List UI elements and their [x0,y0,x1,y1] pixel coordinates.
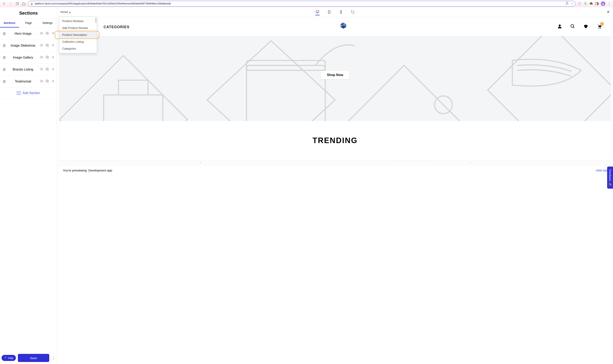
delete-icon[interactable]: ✕ [51,67,55,72]
svg-rect-20 [316,11,319,13]
delete-icon[interactable]: ✕ [51,55,55,60]
dropdown-scrollbar[interactable] [95,18,96,23]
duplicate-icon[interactable] [45,79,49,84]
drag-handle-icon[interactable]: ☰ [2,68,6,72]
share-icon[interactable] [565,1,569,6]
close-editor-button[interactable]: ✕ [607,10,610,14]
page-option-add-product-review[interactable]: Add Product Review [59,25,97,31]
page-option-product-reviews[interactable]: Product Reviews [59,18,97,25]
section-item-hero-image[interactable]: ☰ Hero Image ✕ [0,28,57,40]
help-label: Help [8,356,13,360]
duplicate-icon[interactable] [45,55,49,60]
drag-handle-icon[interactable]: ☰ [2,56,6,60]
section-item-testimonial[interactable]: ☰ Testimonial ✕ [0,76,57,88]
more-menu-button[interactable]: ⋮ [51,356,55,360]
save-button[interactable]: Save [18,354,49,362]
plus-icon: + [17,91,20,95]
browser-home-button[interactable] [22,1,26,6]
delete-icon[interactable]: ✕ [51,79,55,84]
device-fullscreen[interactable] [351,10,355,14]
profile-avatar[interactable] [601,1,605,6]
home-icon [22,2,26,5]
hero-cta-button[interactable]: Shop Now [321,71,350,79]
arrow-left-icon [2,2,6,5]
section-item-brands-listing[interactable]: ☰ Brands Listing ✕ [0,64,57,76]
section-item-label: Brands Listing [9,68,38,71]
svg-point-11 [41,57,42,58]
svg-point-33 [599,28,599,29]
drag-handle-icon[interactable]: ☰ [2,32,6,36]
puzzle-icon[interactable] [589,2,593,5]
section-item-label: Testimonial [9,80,38,83]
svg-point-34 [600,28,601,29]
extension-gear-icon[interactable] [578,2,581,5]
preview-canvas: COLLECTIONS CATEGORIES [59,18,611,165]
svg-rect-35 [118,80,148,95]
nav-categories[interactable]: CATEGORIES [104,25,130,29]
preview-viewport[interactable]: COLLECTIONS CATEGORIES [57,17,613,364]
caret-up-icon: ▴ [69,10,71,13]
hide-bar-button[interactable]: Hide bar [596,169,607,172]
save-label: Save [30,356,37,360]
panel-icon[interactable] [595,2,599,5]
tab-page[interactable]: Page [19,19,38,27]
svg-point-32 [571,25,574,27]
svg-rect-19 [46,80,48,82]
sidebar-title: Sections [0,7,57,19]
store-header: COLLECTIONS CATEGORIES [59,18,611,36]
section-item-image-gallery[interactable]: ☰ Image Gallery ✕ [0,52,57,64]
megaphone-icon: 📣 [609,182,612,186]
star-icon[interactable]: ☆ [571,2,574,5]
cart-button[interactable]: 0 [597,24,602,30]
drag-handle-icon[interactable]: ☰ [2,80,6,83]
help-button[interactable]: ？ Help [2,355,16,361]
browser-reload-button[interactable] [15,1,19,6]
tab-settings[interactable]: Settings [38,19,57,27]
browser-back-button[interactable] [2,1,6,6]
drag-handle-icon[interactable]: ☰ [2,44,6,48]
search-icon[interactable] [570,24,575,30]
delete-icon[interactable]: ✕ [51,43,55,48]
visibility-icon[interactable] [39,67,44,72]
feedback-tab[interactable]: Feedback 📣 [607,167,613,189]
lock-icon: 🔒 [30,2,33,5]
device-desktop[interactable] [315,10,320,14]
tab-sections[interactable]: Sections [0,19,19,27]
page-option-product-description[interactable]: Product Description [59,31,97,38]
address-bar[interactable]: 🔒 platform.fynd.com/company/4052/applica… [28,1,576,6]
carousel-strip[interactable] [59,160,611,164]
device-mobile[interactable] [339,10,343,14]
visibility-icon[interactable] [39,79,44,84]
wishlist-icon[interactable] [583,24,588,30]
preview-status-text: You're previewing: Development app [63,169,112,172]
address-url: platform.fynd.com/company/4052/applicati… [35,2,563,5]
sidebar-footer: ？ Help Save ⋮ [0,352,57,364]
svg-point-24 [341,13,341,13]
add-section-button[interactable]: + Add Section [0,88,57,99]
store-header-icons: 0 [557,24,602,30]
visibility-icon[interactable] [39,31,44,36]
browser-forward-button[interactable] [9,1,13,6]
store-logo[interactable] [130,22,557,32]
page-selector[interactable]: Home ▴ [60,10,71,13]
grammarly-icon[interactable]: G [583,2,587,6]
section-item-image-slideshow[interactable]: ☰ Image Slideshow ✕ [0,40,57,52]
duplicate-icon[interactable] [45,67,49,72]
duplicate-icon[interactable] [45,31,49,36]
svg-rect-16 [46,68,48,70]
browser-menu-icon[interactable]: ⋮ [607,2,611,5]
account-icon[interactable] [557,24,562,30]
visibility-icon[interactable] [39,43,44,48]
trending-section: TRENDING [59,122,611,159]
device-tablet[interactable] [327,10,331,14]
svg-point-1 [579,3,580,4]
visibility-icon[interactable] [39,55,44,60]
svg-rect-15 [47,68,49,70]
page-selector-label: Home [60,10,68,13]
page-option-collection-listing[interactable]: Collection Listing [59,38,97,45]
page-option-categories[interactable]: Categories [59,45,97,52]
feedback-label: Feedback [609,169,612,181]
section-item-label: Image Slideshow [9,44,38,47]
delete-icon[interactable]: ✕ [51,31,55,36]
duplicate-icon[interactable] [45,43,49,48]
